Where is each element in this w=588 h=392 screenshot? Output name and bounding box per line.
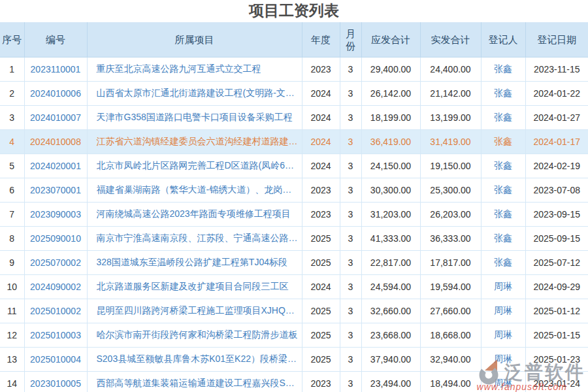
code-link[interactable]: 2023070001 — [24, 178, 87, 203]
register-date-cell: 2023-01-24 — [525, 372, 588, 392]
table-row[interactable]: 62023070001福建省巢湖南路（繁华大道-锦绣大道）、龙岗路和...202… — [0, 178, 588, 203]
code-link[interactable]: 2024020001 — [24, 154, 87, 178]
registrant-link[interactable]: 张鑫 — [481, 227, 525, 251]
registrant-link[interactable]: 周琳 — [481, 299, 525, 323]
year-cell: 2024 — [302, 82, 340, 106]
registrant-link[interactable]: 张鑫 — [481, 82, 525, 106]
row-index-cell: 14 — [0, 372, 24, 392]
month-cell: 3 — [340, 251, 361, 275]
project-link[interactable]: 昆明至四川路跨河桥梁工程施工监理项目XJHQL-J... — [87, 299, 302, 323]
registrant-link[interactable]: 张鑫 — [481, 57, 525, 82]
project-link[interactable]: 山西省太原市汇通北街道路建设工程(文明路-文公... — [87, 82, 302, 106]
payable-amount-cell: 23,668.00 — [361, 323, 420, 348]
code-link[interactable]: 2024010008 — [24, 130, 87, 154]
code-link[interactable]: 2024010006 — [24, 82, 87, 106]
table-row[interactable]: 132025010004S203县城至额敏县库鲁木苏K01至K22）段桥梁养..… — [0, 348, 588, 372]
table-row[interactable]: 72023090003河南绕城高速公路2023年路面专项维修工程项目202333… — [0, 203, 588, 227]
year-cell: 2024 — [302, 106, 340, 130]
code-link[interactable]: 2025090010 — [24, 227, 87, 251]
project-link[interactable]: 西部高等航道集装箱运输通道建设工程嘉兴段SG-1... — [87, 372, 302, 392]
month-cell: 3 — [340, 227, 361, 251]
register-date-cell: 2025-07-12 — [525, 251, 588, 275]
registrant-link[interactable]: 张鑫 — [481, 203, 525, 227]
month-cell: 3 — [340, 275, 361, 299]
actual-amount-cell: 36,333.00 — [420, 227, 481, 251]
row-index-cell: 10 — [0, 275, 24, 299]
header-date: 登记日期 — [525, 22, 588, 57]
table-row[interactable]: 92025070002328国道城东至温峤段公路扩建工程第TJ04标段20253… — [0, 251, 588, 275]
table-row[interactable]: 142023010005西部高等航道集装箱运输通道建设工程嘉兴段SG-1...2… — [0, 372, 588, 392]
code-link[interactable]: 2025010004 — [24, 348, 87, 372]
table-row[interactable]: 22024010006山西省太原市汇通北街道路建设工程(文明路-文公...202… — [0, 82, 588, 106]
code-link[interactable]: 2025010002 — [24, 299, 87, 323]
registrant-link[interactable]: 周琳 — [481, 348, 525, 372]
year-cell: 2024 — [302, 275, 340, 299]
actual-amount-cell: 26,203.00 — [420, 203, 481, 227]
registrant-link[interactable]: 张鑫 — [481, 178, 525, 203]
table-row[interactable]: 112025010002昆明至四川路跨河桥梁工程施工监理项目XJHQL-J...… — [0, 299, 588, 323]
project-link[interactable]: 哈尔滨市南开街段跨何家和沟桥梁工程防滑步道板 — [87, 323, 302, 348]
project-link[interactable]: 福建省巢湖南路（繁华大道-锦绣大道）、龙岗路和... — [87, 178, 302, 203]
registrant-link[interactable]: 张鑫 — [481, 251, 525, 275]
header-actual: 实发合计 — [420, 22, 481, 57]
code-link[interactable]: 2023090003 — [24, 203, 87, 227]
payable-amount-cell: 36,419.00 — [361, 130, 420, 154]
actual-amount-cell: 13,199.00 — [420, 106, 481, 130]
registrant-link[interactable]: 张鑫 — [481, 130, 525, 154]
month-cell: 3 — [340, 178, 361, 203]
actual-amount-cell: 32,940.00 — [420, 348, 481, 372]
month-cell: 3 — [340, 57, 361, 82]
table-row[interactable]: 122025010003哈尔滨市南开街段跨何家和沟桥梁工程防滑步道板202532… — [0, 323, 588, 348]
project-link[interactable]: 南京市宁淮高速南京段、江苏段、宁通高速公路劳... — [87, 227, 302, 251]
project-link[interactable]: S203县城至额敏县库鲁木苏K01至K22）段桥梁养... — [87, 348, 302, 372]
code-link[interactable]: 2024010007 — [24, 106, 87, 130]
year-cell: 2025 — [302, 227, 340, 251]
table-row[interactable]: 12023110001重庆至北京高速公路九河互通式立交工程2023329,400… — [0, 57, 588, 82]
project-link[interactable]: 北京路道服务区新建及改扩建项目合同段三工区 — [87, 275, 302, 299]
registrant-link[interactable]: 周琳 — [481, 323, 525, 348]
year-cell: 2025 — [302, 299, 340, 323]
registrant-link[interactable]: 张鑫 — [481, 106, 525, 130]
month-cell: 3 — [340, 348, 361, 372]
project-link[interactable]: 重庆至北京高速公路九河互通式立交工程 — [87, 57, 302, 82]
code-link[interactable]: 2024090002 — [24, 275, 87, 299]
year-cell: 2023 — [302, 372, 340, 392]
payable-amount-cell: 26,142.00 — [361, 82, 420, 106]
payroll-table: 序号 编号 所属项目 年度 月份 应发合计 实发合计 登记人 登记日期 1202… — [0, 22, 588, 392]
registrant-link[interactable]: 周琳 — [481, 372, 525, 392]
code-link[interactable]: 2023110001 — [24, 57, 87, 82]
code-link[interactable]: 2025010003 — [24, 323, 87, 348]
registrant-link[interactable]: 张鑫 — [481, 154, 525, 178]
project-link[interactable]: 328国道城东至温峤段公路扩建工程第TJ04标段 — [87, 251, 302, 275]
register-date-cell: 2024-01-27 — [525, 106, 588, 130]
project-link[interactable]: 河南绕城高速公路2023年路面专项维修工程项目 — [87, 203, 302, 227]
row-index-cell: 13 — [0, 348, 24, 372]
header-project: 所属项目 — [87, 22, 302, 57]
actual-amount-cell: 18,668.00 — [420, 323, 481, 348]
project-link[interactable]: 北京市凤岭北片区路网完善工程D区道路(凤岭6号... — [87, 154, 302, 178]
page-title: 项目工资列表 — [0, 0, 588, 22]
year-cell: 2023 — [302, 203, 340, 227]
code-link[interactable]: 2025070002 — [24, 251, 87, 275]
table-row[interactable]: 52024020001北京市凤岭北片区路网完善工程D区道路(凤岭6号...202… — [0, 154, 588, 178]
table-row[interactable]: 102024090002北京路道服务区新建及改扩建项目合同段三工区2024324… — [0, 275, 588, 299]
actual-amount-cell: 19,594.00 — [420, 275, 481, 299]
month-cell: 3 — [340, 323, 361, 348]
year-cell: 2025 — [302, 323, 340, 348]
table-row[interactable]: 32024010007天津市G358国道路口电警卡口项目设备采购工程202431… — [0, 106, 588, 130]
table-header-row: 序号 编号 所属项目 年度 月份 应发合计 实发合计 登记人 登记日期 — [0, 22, 588, 57]
code-link[interactable]: 2023010005 — [24, 372, 87, 392]
register-date-cell: 2024-01-17 — [525, 130, 588, 154]
registrant-link[interactable]: 周琳 — [481, 275, 525, 299]
payable-amount-cell: 37,940.00 — [361, 348, 420, 372]
project-link[interactable]: 天津市G358国道路口电警卡口项目设备采购工程 — [87, 106, 302, 130]
table-row[interactable]: 42024010008江苏省六道沟镇经建委员会六道沟经建村道路建设...2024… — [0, 130, 588, 154]
header-month: 月份 — [340, 22, 361, 57]
payable-amount-cell: 41,333.00 — [361, 227, 420, 251]
row-index-cell: 3 — [0, 106, 24, 130]
header-registrant: 登记人 — [481, 22, 525, 57]
month-cell: 3 — [340, 130, 361, 154]
payable-amount-cell: 18,199.00 — [361, 106, 420, 130]
table-row[interactable]: 82025090010南京市宁淮高速南京段、江苏段、宁通高速公路劳...2025… — [0, 227, 588, 251]
project-link[interactable]: 江苏省六道沟镇经建委员会六道沟经建村道路建设... — [87, 130, 302, 154]
